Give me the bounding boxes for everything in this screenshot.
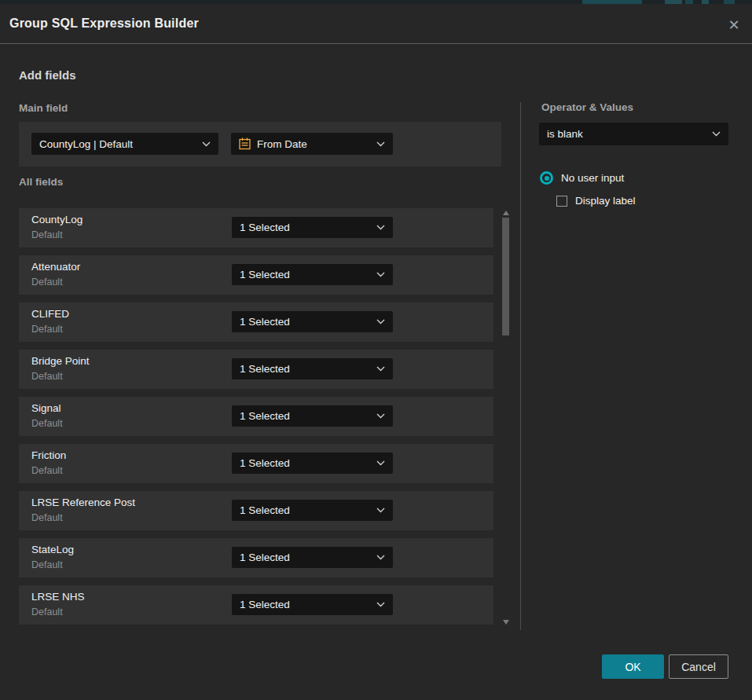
- chevron-down-icon: [712, 131, 721, 137]
- field-name: CountyLog: [31, 214, 83, 225]
- scroll-up-icon[interactable]: [503, 211, 509, 215]
- field-row: Attenuator Default 1 Selected: [19, 255, 493, 295]
- field-sublabel: Default: [31, 324, 63, 335]
- dialog-header: Group SQL Expression Builder ✕: [0, 4, 752, 44]
- field-sublabel: Default: [31, 607, 63, 618]
- chevron-down-icon: [376, 225, 385, 230]
- field-selected-value: 1 Selected: [240, 599, 376, 610]
- field-sublabel: Default: [31, 277, 63, 288]
- field-row: StateLog Default 1 Selected: [19, 538, 493, 577]
- field-selected-dropdown[interactable]: 1 Selected: [232, 311, 393, 332]
- chevron-down-icon: [376, 508, 385, 513]
- field-selected-value: 1 Selected: [240, 457, 376, 469]
- scroll-down-icon[interactable]: [503, 620, 509, 625]
- field-selected-dropdown[interactable]: 1 Selected: [232, 547, 393, 568]
- main-field-panel: CountyLog | Default From Date: [19, 122, 501, 167]
- field-name: CLIFED: [31, 308, 69, 320]
- group-sql-expression-builder-dialog: Group SQL Expression Builder ✕ Add field…: [0, 0, 752, 700]
- field-row: Signal Default 1 Selected: [19, 397, 493, 436]
- operator-select-value: is blank: [547, 128, 712, 140]
- field-selected-value: 1 Selected: [240, 504, 376, 516]
- main-field-select[interactable]: From Date: [231, 133, 393, 155]
- operator-select[interactable]: is blank: [539, 123, 728, 145]
- chevron-down-icon: [376, 272, 385, 277]
- field-selected-dropdown[interactable]: 1 Selected: [232, 217, 393, 238]
- field-selected-value: 1 Selected: [240, 363, 376, 375]
- field-row: Friction Default 1 Selected: [19, 444, 493, 483]
- all-fields-label: All fields: [19, 176, 63, 188]
- chevron-down-icon: [376, 555, 385, 560]
- field-sublabel: Default: [31, 512, 63, 523]
- field-name: StateLog: [31, 544, 74, 555]
- calendar-icon: [239, 137, 251, 150]
- add-fields-heading: Add fields: [19, 68, 76, 82]
- scrollbar-thumb[interactable]: [502, 218, 509, 335]
- field-sublabel: Default: [31, 371, 63, 382]
- field-name: Bridge Point: [31, 355, 90, 367]
- field-name: Friction: [31, 449, 66, 461]
- checkbox-label: Display label: [575, 195, 636, 207]
- checkbox-unchecked-icon: [556, 196, 567, 207]
- layer-select-value: CountyLog | Default: [39, 138, 202, 150]
- display-label-checkbox[interactable]: Display label: [556, 195, 636, 207]
- panel-divider: [520, 102, 521, 630]
- chevron-down-icon: [376, 319, 385, 324]
- radio-label: No user input: [561, 172, 624, 184]
- field-row: CountyLog Default 1 Selected: [19, 208, 493, 247]
- radio-selected-icon: [540, 171, 553, 185]
- dialog-title: Group SQL Expression Builder: [9, 4, 199, 43]
- field-selected-value: 1 Selected: [240, 316, 376, 328]
- close-icon[interactable]: ✕: [726, 17, 742, 33]
- field-sublabel: Default: [31, 559, 63, 570]
- operator-values-label: Operator & Values: [541, 101, 633, 113]
- field-sublabel: Default: [31, 229, 63, 240]
- field-sublabel: Default: [31, 465, 63, 476]
- cancel-button[interactable]: Cancel: [669, 654, 728, 679]
- field-name: LRSE NHS: [31, 591, 85, 603]
- field-selected-dropdown[interactable]: 1 Selected: [232, 500, 393, 521]
- field-name: LRSE Reference Post: [31, 497, 135, 508]
- field-row: LRSE NHS Default 1 Selected: [19, 585, 493, 625]
- field-name: Signal: [31, 402, 61, 414]
- main-field-label: Main field: [19, 102, 68, 114]
- list-scrollbar[interactable]: [502, 206, 510, 629]
- chevron-down-icon: [376, 413, 385, 419]
- field-selected-dropdown[interactable]: 1 Selected: [232, 264, 393, 285]
- field-selected-value: 1 Selected: [240, 222, 376, 233]
- chevron-down-icon: [376, 460, 385, 466]
- field-selected-dropdown[interactable]: 1 Selected: [232, 594, 393, 615]
- field-row: LRSE Reference Post Default 1 Selected: [19, 491, 493, 530]
- field-sublabel: Default: [31, 418, 63, 429]
- field-row: Bridge Point Default 1 Selected: [19, 350, 493, 389]
- field-name: Attenuator: [31, 261, 80, 273]
- all-fields-list: CountyLog Default 1 Selected Attenuator …: [19, 208, 493, 632]
- field-selected-value: 1 Selected: [240, 269, 376, 280]
- field-selected-value: 1 Selected: [240, 552, 376, 563]
- chevron-down-icon: [376, 141, 385, 147]
- field-row: CLIFED Default 1 Selected: [19, 302, 493, 342]
- chevron-down-icon: [376, 602, 385, 607]
- chevron-down-icon: [202, 141, 211, 147]
- field-selected-dropdown[interactable]: 1 Selected: [232, 405, 393, 427]
- field-selected-dropdown[interactable]: 1 Selected: [232, 358, 393, 379]
- field-selected-dropdown[interactable]: 1 Selected: [232, 453, 393, 474]
- main-field-select-value: From Date: [257, 138, 376, 150]
- ok-button[interactable]: OK: [602, 654, 664, 679]
- layer-select[interactable]: CountyLog | Default: [31, 133, 218, 155]
- no-user-input-radio[interactable]: No user input: [540, 171, 624, 185]
- chevron-down-icon: [376, 366, 385, 372]
- field-selected-value: 1 Selected: [240, 410, 376, 422]
